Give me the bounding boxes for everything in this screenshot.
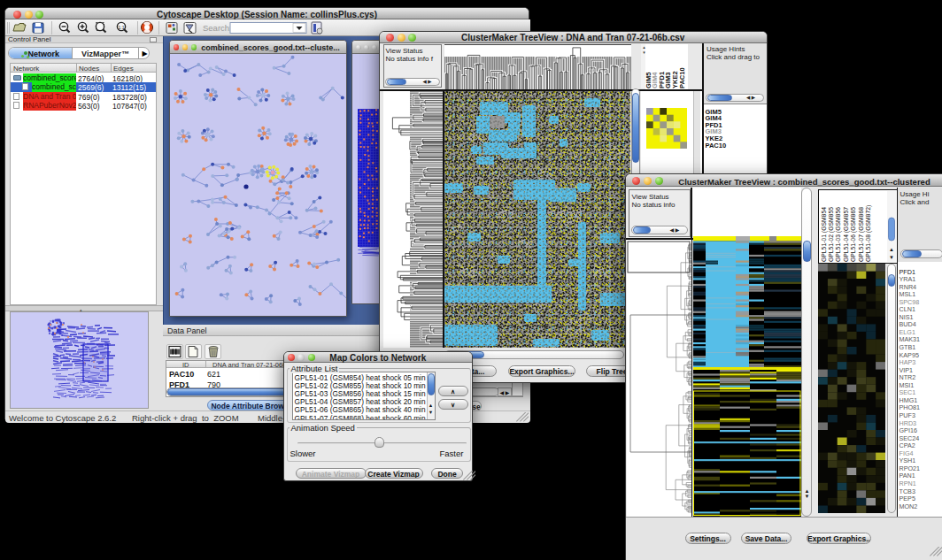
svg-text:▼: ▼ — [889, 255, 894, 260]
svg-text:GPL51-02 (GSM855: GPL51-02 (GSM855 — [827, 206, 834, 261]
svg-text:GPL51-06 (GSM865: GPL51-06 (GSM865 — [850, 206, 857, 261]
svg-text:▲: ▲ — [889, 247, 894, 252]
svg-text:GPL51-08 (GSM872): GPL51-08 (GSM872) — [864, 204, 871, 261]
svg-text:1:1: 1:1 — [119, 25, 125, 30]
svg-text:GPL51-01 (GSM854: GPL51-01 (GSM854 — [820, 206, 827, 261]
svg-text:PAC10: PAC10 — [677, 67, 685, 88]
svg-text:GPL51-03 (GSM856: GPL51-03 (GSM856 — [835, 206, 842, 261]
svg-text:GPL51-04 (GSM857: GPL51-04 (GSM857 — [842, 206, 849, 261]
svg-text:GPL51-07 (GSM868: GPL51-07 (GSM868 — [857, 206, 864, 261]
svg-text:Search:: Search: — [203, 23, 232, 33]
